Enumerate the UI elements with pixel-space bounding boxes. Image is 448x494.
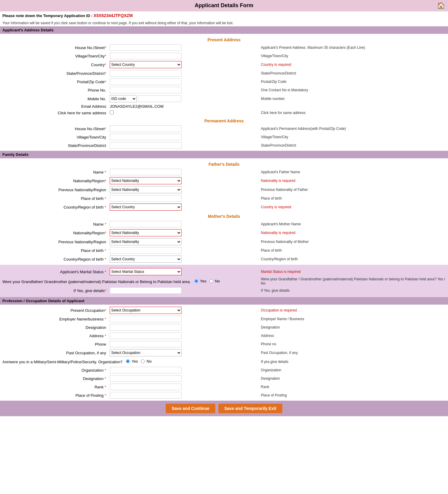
- save-continue-button[interactable]: Save and Continue: [166, 404, 215, 413]
- military-label: Are/were you in a Military/Semi-Military…: [2, 360, 122, 364]
- perm-house-input[interactable]: [110, 125, 182, 132]
- past-occupation-hint: Past Occupation, if any: [261, 351, 298, 355]
- postal-hint: Postal/Zip Code: [261, 80, 286, 84]
- designation-input[interactable]: [110, 324, 182, 331]
- mobile-input[interactable]: [138, 95, 181, 102]
- father-name-input[interactable]: [110, 169, 182, 175]
- father-nationality-error: Nationality is required: [261, 179, 295, 183]
- mother-prev-nat-hint: Previous Nationality of Mother: [261, 240, 309, 244]
- mother-cob-select[interactable]: Select Country: [110, 256, 182, 263]
- prof-phone-input[interactable]: [110, 341, 182, 347]
- mother-pob-hint: Place of birth: [261, 248, 282, 253]
- father-nationality-select[interactable]: Select Nationality: [110, 177, 182, 184]
- home-icon[interactable]: 🏠: [437, 2, 445, 10]
- mother-prev-nat-select[interactable]: Select Nationality: [110, 238, 182, 245]
- posting-input[interactable]: [110, 392, 182, 399]
- temp-id-value: X5X52344JTFQXZM: [94, 13, 133, 18]
- mother-name-input[interactable]: [110, 221, 182, 227]
- mother-name-label: Name: [93, 222, 104, 227]
- isd-select[interactable]: ISD code: [110, 95, 137, 102]
- mobile-label: Mobile No.: [88, 97, 106, 101]
- same-address-hint: Click here for same address: [261, 111, 305, 115]
- permanent-address-heading: Permanent Address: [0, 116, 448, 124]
- page-title: Applicant Details Form: [195, 2, 253, 8]
- father-name-label: Name: [93, 170, 104, 174]
- village-input[interactable]: [110, 53, 182, 59]
- phone-input[interactable]: [110, 87, 182, 93]
- village-label: Village/Town/City: [75, 54, 105, 58]
- org-label: Organization: [82, 368, 104, 373]
- family-section-header: Family Details: [0, 151, 448, 158]
- phone-label: Phone No.: [88, 88, 106, 92]
- grandparent-no-radio[interactable]: [209, 279, 213, 283]
- father-name-hint: Applicant's Father Name: [261, 170, 300, 174]
- father-heading: Father's Details: [0, 159, 448, 168]
- perm-village-input[interactable]: [110, 134, 182, 140]
- grandparent-yes-radio[interactable]: [194, 279, 198, 283]
- mil-desig-input[interactable]: [110, 375, 182, 382]
- mother-heading: Mother's Details: [0, 212, 448, 220]
- father-prev-nat-hint: Previous Nationality of Father: [261, 188, 308, 192]
- father-pob-input[interactable]: [110, 195, 182, 202]
- military-yes-label: Yes: [132, 359, 138, 364]
- country-error: Country is required: [261, 63, 291, 67]
- designation-label: Designation: [86, 325, 106, 330]
- postal-label: Postal/Zip Code: [77, 80, 105, 84]
- father-nationality-label: Nationality/Region: [73, 179, 105, 183]
- designation-hint: Designation: [261, 325, 280, 329]
- father-cob-select[interactable]: Select Country: [110, 203, 182, 211]
- address-section-header: Applicant's Address Details: [0, 26, 448, 34]
- village-hint: Village/Town/City: [261, 54, 288, 58]
- employer-input[interactable]: [110, 316, 182, 322]
- occupation-label: Present Occupation: [71, 308, 105, 313]
- perm-state-input[interactable]: [110, 142, 182, 149]
- temp-id-label: Please note down the Temporary Applicati…: [2, 13, 92, 18]
- perm-house-label: House No./Street: [75, 127, 105, 131]
- country-select[interactable]: Select Country: [110, 61, 182, 68]
- mother-cob-hint: Country/Region of birth: [261, 257, 298, 261]
- rank-input[interactable]: [110, 384, 182, 390]
- email-value: JONASDAYLE2@GMAIL.COM: [110, 104, 164, 109]
- org-input[interactable]: [110, 367, 182, 373]
- give-details-input[interactable]: [110, 287, 182, 294]
- father-pob-label: Place of birth: [81, 196, 103, 201]
- father-prev-nat-select[interactable]: Select Nationality: [110, 186, 182, 193]
- employer-label: Employer Name/business: [59, 317, 103, 321]
- grandparent-no-label: No: [215, 279, 220, 283]
- mother-nationality-label: Nationality/Region: [73, 231, 105, 235]
- same-address-checkbox[interactable]: [110, 110, 114, 114]
- posting-label: Place of Posting: [75, 393, 103, 398]
- occupation-select[interactable]: Select Occupation: [110, 307, 182, 314]
- rank-hint: Rank: [261, 385, 269, 389]
- state-hint: State/Province/District: [261, 71, 296, 75]
- mobile-hint: Mobile number.: [261, 97, 285, 101]
- past-occupation-label: Past Occupation, if any: [66, 351, 106, 355]
- profession-section-header: Profession / Occupation Details of Appli…: [0, 297, 448, 305]
- postal-input[interactable]: [110, 78, 182, 85]
- past-occupation-select[interactable]: Select Occupation: [110, 349, 182, 356]
- perm-village-label: Village/Town/City: [77, 135, 106, 139]
- house-input[interactable]: [110, 44, 182, 51]
- military-no-radio[interactable]: [141, 359, 145, 363]
- country-label: Country: [91, 63, 105, 67]
- save-exit-button[interactable]: Save and Temporarily Exit: [218, 404, 282, 413]
- perm-house-hint: Applicant's Permanent Address(with Posta…: [261, 127, 346, 131]
- mother-pob-input[interactable]: [110, 247, 182, 254]
- father-cob-error: Country is required: [261, 205, 291, 209]
- marital-status-label: Applicant's Marital Status: [60, 270, 104, 274]
- org-hint: Organization: [261, 368, 281, 372]
- prof-phone-label: Phone: [95, 342, 106, 346]
- prof-address-hint: Address: [261, 334, 274, 338]
- grandparent-label: Were your Grandfather/ Grandmother (pate…: [2, 279, 191, 284]
- prof-address-input[interactable]: [110, 332, 182, 339]
- military-yes-radio[interactable]: [126, 359, 130, 363]
- marital-status-select[interactable]: Select Marital Status: [110, 268, 182, 275]
- mother-pob-label: Place of birth: [81, 248, 103, 253]
- military-hint: If yes,give details: [261, 360, 288, 364]
- perm-state-label: State/Province/District: [68, 143, 106, 148]
- mother-cob-label: Country/Region of birth: [64, 257, 104, 262]
- prof-address-label: Address: [89, 334, 104, 338]
- info-text: Your Information will be saved if you cl…: [2, 21, 234, 25]
- mother-nationality-select[interactable]: Select Nationality: [110, 229, 182, 236]
- state-input[interactable]: [110, 70, 182, 77]
